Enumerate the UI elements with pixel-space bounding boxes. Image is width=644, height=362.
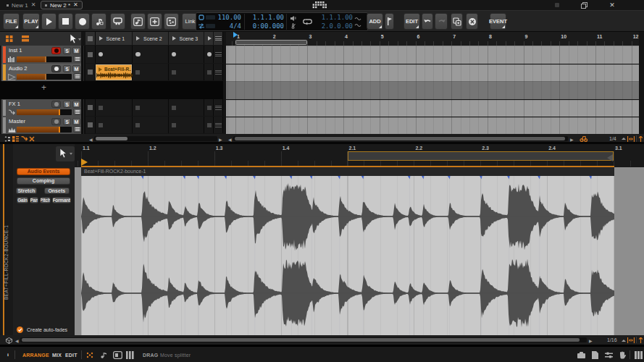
mix-tab[interactable]: MIX <box>52 347 62 362</box>
note-icon[interactable] <box>101 352 107 358</box>
grid-dropdown-icon[interactable] <box>622 340 626 342</box>
scene-menu-column[interactable] <box>214 32 223 45</box>
track-name[interactable]: Audio 2 <box>9 65 27 72</box>
follow-playhead-icon[interactable] <box>580 135 587 142</box>
scroll-right-icon[interactable]: ▶ <box>570 137 574 142</box>
arranger-h-scrollbar[interactable] <box>233 136 568 141</box>
editor-playhead-marker[interactable] <box>81 159 88 166</box>
arranger-timeline-ruler[interactable]: 123456789101112 <box>226 32 644 46</box>
play-menu-button[interactable]: PLAY <box>22 13 40 30</box>
arranger-view-icon[interactable] <box>22 35 29 42</box>
file-icon[interactable] <box>592 351 598 359</box>
clip-slot-empty[interactable] <box>169 64 204 80</box>
clip-stop-button[interactable] <box>85 117 96 133</box>
clear-x-icon[interactable] <box>29 136 35 142</box>
scene-play-icon[interactable] <box>99 36 103 41</box>
arranger-track-lane-fx-1[interactable] <box>226 100 639 117</box>
layer-pan-button[interactable]: Pan <box>30 197 38 203</box>
arranger-track-lane-audio-2[interactable] <box>226 64 639 82</box>
mute-button[interactable]: M <box>72 47 80 54</box>
metronome-toggles[interactable] <box>287 13 299 30</box>
track-launcher-menu[interactable] <box>214 99 223 116</box>
punch-in-button[interactable] <box>147 13 162 30</box>
clip-slot-empty[interactable] <box>96 46 133 63</box>
hand-icon[interactable] <box>619 351 626 359</box>
scene-header-3[interactable]: Scene 3 <box>169 32 204 45</box>
tab-new-1[interactable]: New 1 ✕ <box>3 1 39 9</box>
clip-launcher-view-icon[interactable] <box>6 35 13 42</box>
adaptive-grid-icon[interactable] <box>638 136 643 142</box>
grid-dropdown-icon[interactable] <box>622 138 626 140</box>
tempo-value[interactable]: 110.00 <box>217 13 241 22</box>
loop-toggle[interactable] <box>299 13 315 30</box>
stop-all-clips-button[interactable] <box>85 32 96 45</box>
editor-loop-region[interactable] <box>348 151 614 161</box>
snap-icon[interactable] <box>627 337 635 343</box>
delete-button[interactable] <box>466 13 478 30</box>
clip-slot-empty[interactable] <box>204 46 214 63</box>
arranger-track-lane-inst-1[interactable] <box>226 46 639 64</box>
clip-stop-button[interactable] <box>85 99 96 116</box>
info-icon[interactable]: i <box>7 347 9 362</box>
editor-tool-button[interactable] <box>56 146 75 161</box>
launcher-clip[interactable]: Beat+Fill-R... <box>96 64 132 80</box>
close-button[interactable]: ✕ <box>607 0 617 10</box>
io-icon[interactable] <box>605 352 613 358</box>
layer-pitch-button[interactable]: Pitch <box>40 197 51 203</box>
file-menu-button[interactable]: FILE <box>3 13 20 30</box>
clip-title-bar[interactable]: Beat+Fill-ROCK2-bounce-1 <box>81 167 614 176</box>
track-height-icon[interactable] <box>4 136 10 142</box>
clip-slot-with-clip[interactable]: Beat+Fill-R... <box>96 64 133 80</box>
tab-new-2[interactable]: New 2 * ✕ <box>41 1 83 9</box>
track-launcher-menu[interactable] <box>214 46 223 63</box>
track-header-inst-1[interactable]: Inst 1 S M <box>1 46 81 64</box>
cue-marker-button[interactable] <box>385 13 394 30</box>
punch-out-button[interactable] <box>164 13 179 30</box>
scene-play-icon[interactable] <box>136 36 140 41</box>
clip-slot-empty[interactable] <box>204 117 214 133</box>
create-auto-fades-toggle[interactable]: Create auto-fades <box>17 325 75 334</box>
solo-button[interactable]: S <box>63 101 71 108</box>
loop-end-handle[interactable] <box>607 154 613 161</box>
time-value[interactable]: 0:00.000 <box>245 22 284 30</box>
layer-onsets-button[interactable]: Onsets <box>44 188 70 194</box>
volume-slider[interactable] <box>17 56 72 62</box>
layer-stretch-button[interactable]: Stretch <box>16 188 37 194</box>
arranger-empty-lane[interactable] <box>226 81 639 99</box>
add-track-plus[interactable]: + <box>41 83 46 93</box>
scroll-left-icon[interactable]: ◀ <box>15 338 19 343</box>
arranger-grid-value[interactable]: 1/4 <box>609 136 616 141</box>
redo-button[interactable] <box>435 13 448 30</box>
track-name[interactable]: Inst 1 <box>9 47 22 54</box>
track-header-master[interactable]: Master S M <box>1 117 81 134</box>
loop-duration-value[interactable]: 2.0.0.00 <box>315 22 353 30</box>
scene-play-icon[interactable] <box>172 36 176 41</box>
undo-button[interactable] <box>422 13 433 30</box>
editor-grid-value[interactable]: 1/16 <box>607 337 617 342</box>
layer-cube-icon[interactable] <box>6 337 12 344</box>
overdub-button[interactable] <box>91 13 106 30</box>
tempo-display[interactable]: 110.00 4/4 <box>217 13 241 30</box>
clip-stop-button[interactable] <box>85 64 96 80</box>
record-arm-button[interactable] <box>51 118 61 125</box>
layer-gain-button[interactable]: Gain <box>17 197 28 203</box>
restore-button[interactable] <box>579 0 589 10</box>
scroll-right-icon[interactable]: ▶ <box>219 137 222 142</box>
adaptive-grid-icon[interactable] <box>638 337 643 343</box>
piano-keyboard-icon[interactable] <box>635 351 643 359</box>
layer-audio-events-button[interactable]: Audio Events <box>17 168 70 175</box>
track-header-audio-2[interactable]: Audio 2 S M <box>1 64 81 81</box>
tab-close-icon[interactable]: ✕ <box>73 3 78 7</box>
mute-button[interactable]: M <box>72 65 80 72</box>
groove-toggles[interactable] <box>196 13 217 30</box>
arrange-tab[interactable]: ARRANGE <box>22 347 49 362</box>
clip-slot-empty[interactable] <box>204 99 214 116</box>
solo-button[interactable]: S <box>63 118 71 125</box>
tab-close-icon[interactable]: ✕ <box>31 3 36 7</box>
record-arm-button[interactable] <box>51 47 61 54</box>
add-menu-button[interactable]: ADD <box>367 13 383 30</box>
solo-button[interactable]: S <box>63 65 71 72</box>
loop-range-display[interactable]: 1.1.1.00 2.0.0.00 <box>315 13 353 30</box>
clip-slot-empty[interactable] <box>96 99 133 116</box>
solo-button[interactable]: S <box>63 47 71 54</box>
